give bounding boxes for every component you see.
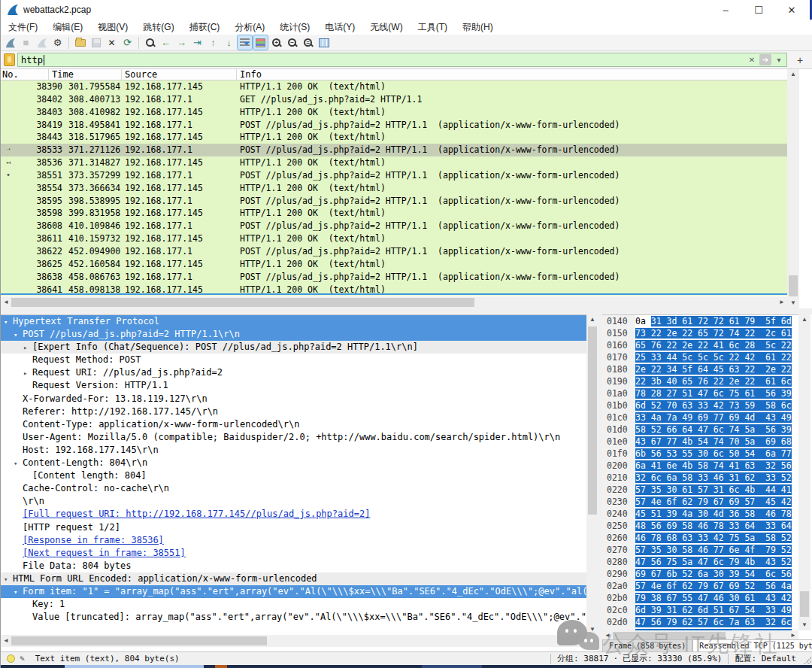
- byte-tab-reassembled-tcp[interactable]: Reassembled TCP (1125 bytes): [692, 639, 812, 651]
- restart-capture-button[interactable]: [35, 35, 49, 50]
- maximize-button[interactable]: ☐: [742, 0, 775, 20]
- hex-row-0210[interactable]: 021032 6c 6a 58 33 46 31 62 33 52: [602, 472, 798, 484]
- filter-add-button[interactable]: +: [793, 53, 807, 67]
- filter-bookmark-icon[interactable]: [4, 53, 15, 66]
- capture-options-button[interactable]: ⚙: [50, 35, 65, 50]
- hex-vscrollbar[interactable]: ▲ ▼: [798, 314, 810, 630]
- expert-info-icon[interactable]: [7, 654, 15, 663]
- hex-row-01e0[interactable]: 01e043 67 77 4b 54 74 70 5a 69 68: [602, 436, 798, 448]
- minimize-button[interactable]: –: [709, 0, 742, 20]
- detail-line-9[interactable]: User-Agent: Mozilla/5.0 (compatible; Bai…: [1, 431, 586, 444]
- chevron-down-icon[interactable]: ▾: [14, 329, 23, 341]
- hex-row-0280[interactable]: 028047 56 75 5a 47 6c 79 4b 43 52: [602, 556, 798, 568]
- detail-line-4[interactable]: ▸Request URI: //plus/ad_js.php?aid=2: [1, 366, 586, 379]
- hex-row-0200[interactable]: 02006a 41 6e 4b 58 74 41 63 32 56: [602, 460, 798, 472]
- detail-line-8[interactable]: Content-Type: application/x-www-form-url…: [1, 418, 586, 431]
- packet-row-38403[interactable]: 38403308.410982192.168.177.145HTTP/1.1 2…: [1, 106, 787, 119]
- menu-edit[interactable]: 编辑(E): [45, 20, 90, 35]
- zoom-reset-button[interactable]: =: [301, 35, 315, 50]
- save-file-button[interactable]: [89, 35, 103, 50]
- hex-row-01b0[interactable]: 01b06d 52 70 63 33 42 73 59 58 6c: [602, 399, 798, 411]
- menu-capture[interactable]: 捕获(C): [182, 20, 228, 35]
- hex-row-0170[interactable]: 017025 33 44 5c 5c 5c 22 42 61 22: [602, 351, 798, 363]
- packet-row-38551[interactable]: •38551373.357299192.168.177.1POST //plus…: [1, 169, 787, 182]
- zoom-out-button[interactable]: −: [285, 35, 299, 50]
- packet-row-38533[interactable]: ➝38533371.271126192.168.177.1POST //plus…: [1, 144, 787, 156]
- menu-view[interactable]: 视图(V): [90, 20, 135, 35]
- go-first-button[interactable]: ↑: [206, 35, 220, 50]
- menu-analyze[interactable]: 分析(A): [227, 20, 272, 35]
- detail-vscrollbar[interactable]: ▲ ▼: [586, 314, 598, 635]
- packet-row-38419[interactable]: 38419318.495841192.168.177.1POST //plus/…: [1, 119, 787, 132]
- packet-row-38402[interactable]: 38402308.400713192.168.177.1GET //plus/a…: [1, 93, 787, 106]
- detail-line-17[interactable]: [Response in frame: 38536]: [1, 534, 586, 547]
- packet-row-38638[interactable]: 38638458.086763192.168.177.1POST //plus/…: [1, 271, 787, 284]
- packet-row-38536[interactable]: ↤38536371.314827192.168.177.145HTTP/1.1 …: [1, 156, 787, 169]
- hex-row-02c0[interactable]: 02c06d 39 31 62 6d 51 67 54 33 49: [602, 604, 798, 616]
- status-profile[interactable]: 配置: Default: [735, 653, 796, 664]
- hex-row-01c0[interactable]: 01c033 4a 7a 49 69 77 69 4d 43 49: [602, 411, 798, 424]
- detail-line-2[interactable]: ▸[Expert Info (Chat/Sequence): POST //pl…: [1, 341, 586, 354]
- find-packet-button[interactable]: [143, 35, 157, 50]
- menu-telephony[interactable]: 电话(Y): [317, 20, 362, 35]
- chevron-down-icon[interactable]: ▾: [14, 457, 23, 469]
- chevron-down-icon[interactable]: ▾: [14, 586, 23, 598]
- go-last-button[interactable]: ↓: [222, 35, 236, 50]
- hex-row-0220[interactable]: 022057 35 30 61 57 31 6c 4b 44 41: [602, 484, 798, 496]
- start-capture-button[interactable]: [3, 35, 17, 50]
- open-file-button[interactable]: [73, 35, 87, 50]
- go-forward-button[interactable]: →: [174, 35, 189, 50]
- detail-line-14[interactable]: \r\n: [1, 495, 586, 508]
- hex-row-0230[interactable]: 023057 4e 6f 62 79 67 69 57 45 42: [602, 496, 798, 508]
- chevron-down-icon[interactable]: ▾: [4, 316, 13, 328]
- packet-list-hscrollbar[interactable]: ◄ ►: [1, 296, 787, 308]
- detail-line-13[interactable]: Cache-Control: no-cache\r\n: [1, 482, 586, 495]
- menu-go[interactable]: 跳转(G): [135, 20, 181, 35]
- detail-line-10[interactable]: Host: 192.168.177.145\r\n: [1, 444, 586, 457]
- resize-columns-button[interactable]: [317, 35, 331, 50]
- close-file-button[interactable]: ✕: [105, 35, 119, 50]
- hex-row-0250[interactable]: 025048 56 69 58 46 78 33 64 33 64: [602, 520, 798, 532]
- go-to-packet-button[interactable]: ⇥: [190, 35, 205, 50]
- reload-file-button[interactable]: ⟳: [120, 35, 135, 50]
- filter-apply-icon[interactable]: ➔: [759, 54, 771, 65]
- menu-help[interactable]: 帮助(H): [455, 20, 501, 35]
- hex-row-02b0[interactable]: 02b079 38 67 55 47 46 30 61 43 42: [602, 592, 798, 604]
- close-button[interactable]: ✕: [775, 0, 808, 20]
- packet-row-38598[interactable]: 38598399.831958192.168.177.145HTTP/1.1 2…: [1, 207, 787, 220]
- column-header-info[interactable]: Info: [240, 69, 262, 80]
- detail-line-7[interactable]: Referer: http://192.168.177.145/\r\n: [1, 405, 586, 418]
- display-filter-input[interactable]: http ✕ ➔ ▾: [17, 53, 787, 67]
- resize-grip[interactable]: [804, 657, 811, 664]
- detail-line-5[interactable]: Request Version: HTTP/1.1: [1, 379, 586, 392]
- filter-dropdown-icon[interactable]: ▾: [773, 54, 785, 65]
- packet-row-38443[interactable]: 38443318.517965192.168.177.145HTTP/1.1 2…: [1, 131, 787, 144]
- pane-splitter[interactable]: [1, 308, 812, 314]
- packet-row-38625[interactable]: 38625452.160584192.168.177.145HTTP/1.1 2…: [1, 258, 787, 271]
- capture-comment-icon[interactable]: ✎: [20, 654, 25, 663]
- detail-line-19[interactable]: File Data: 804 bytes: [1, 560, 586, 572]
- detail-line-21[interactable]: ▾Form item: "1" = "array_map("ass"."ert"…: [1, 585, 586, 598]
- detail-line-12[interactable]: [Content length: 804]: [1, 469, 586, 482]
- packet-row-38622[interactable]: 38622452.094900192.168.177.1POST //plus/…: [1, 245, 787, 258]
- stop-capture-button[interactable]: ■: [19, 35, 33, 50]
- detail-line-1[interactable]: ▾POST //plus/ad_js.php?aid=2 HTTP/1.1\r\…: [1, 328, 586, 341]
- detail-hscrollbar[interactable]: ◄ ►: [1, 635, 598, 647]
- detail-line-0[interactable]: ▾Hypertext Transfer Protocol: [1, 315, 586, 328]
- packet-list-vscrollbar[interactable]: ▲ ▼: [787, 69, 799, 308]
- hex-row-0180[interactable]: 01802e 22 34 5f 64 45 63 22 2e 22: [602, 363, 798, 375]
- detail-line-11[interactable]: ▾Content-Length: 804\r\n: [1, 457, 586, 469]
- filter-clear-icon[interactable]: ✕: [746, 54, 758, 65]
- detail-line-15[interactable]: [Full request URI: http://192.168.177.14…: [1, 508, 586, 521]
- detail-line-3[interactable]: Request Method: POST: [1, 354, 586, 366]
- hex-row-01f0[interactable]: 01f06b 56 53 55 30 6c 50 54 6a 77: [602, 448, 798, 460]
- menu-tools[interactable]: 工具(T): [411, 20, 455, 35]
- packet-row-38554[interactable]: 38554373.366634192.168.177.145HTTP/1.1 2…: [1, 182, 787, 195]
- detail-line-18[interactable]: [Next request in frame: 38551]: [1, 547, 586, 560]
- hex-row-0290[interactable]: 029069 67 6b 52 6a 30 39 54 6c 56: [602, 568, 798, 580]
- hex-row-02d0[interactable]: 02d047 56 79 62 57 6c 7a 63 32 6c: [602, 616, 798, 628]
- hex-row-0160[interactable]: 016065 76 22 2e 22 41 6c 28 5c 22: [602, 339, 798, 351]
- packet-row-38608[interactable]: 38608410.109846192.168.177.1POST //plus/…: [1, 220, 787, 232]
- packet-row-38390[interactable]: 38390301.795584192.168.177.145HTTP/1.1 2…: [1, 80, 787, 93]
- go-back-button[interactable]: ←: [159, 35, 173, 50]
